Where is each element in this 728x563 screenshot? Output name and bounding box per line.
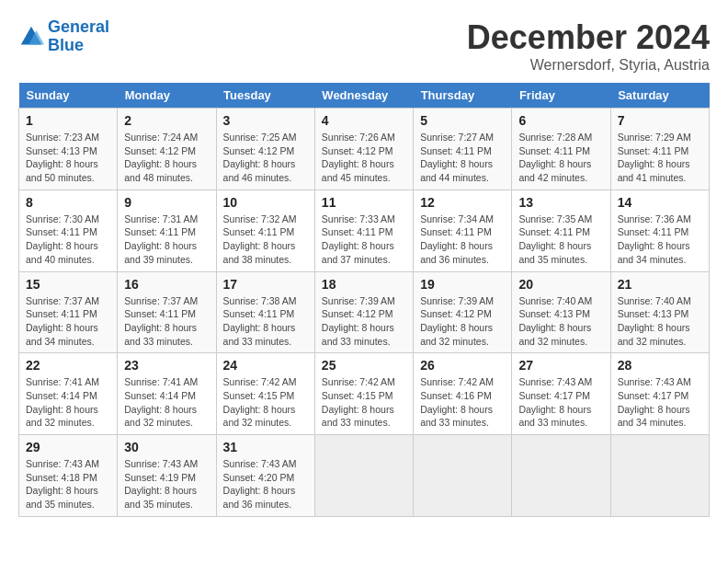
day-info: Sunrise: 7:42 AM Sunset: 4:16 PM Dayligh… xyxy=(420,375,505,430)
calendar-cell xyxy=(610,435,709,517)
day-number: 17 xyxy=(223,277,308,292)
day-number: 13 xyxy=(518,195,603,210)
day-number: 5 xyxy=(420,113,505,128)
day-number: 24 xyxy=(223,358,308,373)
day-number: 12 xyxy=(420,195,505,210)
calendar-cell: 7Sunrise: 7:29 AM Sunset: 4:11 PM Daylig… xyxy=(610,109,709,190)
day-info: Sunrise: 7:42 AM Sunset: 4:15 PM Dayligh… xyxy=(223,375,308,430)
title-area: December 2024 Wernersdorf, Styria, Austr… xyxy=(467,18,710,74)
day-number: 1 xyxy=(26,113,110,128)
day-info: Sunrise: 7:40 AM Sunset: 4:13 PM Dayligh… xyxy=(518,294,603,349)
calendar-cell: 4Sunrise: 7:26 AM Sunset: 4:12 PM Daylig… xyxy=(314,109,413,190)
day-number: 3 xyxy=(223,113,308,128)
day-number: 19 xyxy=(420,277,505,292)
day-number: 21 xyxy=(618,277,702,292)
day-info: Sunrise: 7:35 AM Sunset: 4:11 PM Dayligh… xyxy=(518,213,603,267)
calendar-cell xyxy=(414,435,512,517)
day-info: Sunrise: 7:37 AM Sunset: 4:11 PM Dayligh… xyxy=(124,294,209,349)
day-info: Sunrise: 7:41 AM Sunset: 4:14 PM Dayligh… xyxy=(26,375,110,430)
day-info: Sunrise: 7:28 AM Sunset: 4:11 PM Dayligh… xyxy=(518,131,603,185)
day-number: 14 xyxy=(618,195,702,210)
header-cell-tuesday: Tuesday xyxy=(216,83,314,109)
calendar-week-row: 29Sunrise: 7:43 AM Sunset: 4:18 PM Dayli… xyxy=(19,435,710,517)
day-number: 7 xyxy=(618,113,702,128)
day-info: Sunrise: 7:23 AM Sunset: 4:13 PM Dayligh… xyxy=(26,131,110,185)
day-info: Sunrise: 7:33 AM Sunset: 4:11 PM Dayligh… xyxy=(322,213,406,267)
calendar-cell: 17Sunrise: 7:38 AM Sunset: 4:11 PM Dayli… xyxy=(216,271,314,353)
calendar-cell: 15Sunrise: 7:37 AM Sunset: 4:11 PM Dayli… xyxy=(19,271,118,353)
location-subtitle: Wernersdorf, Styria, Austria xyxy=(467,57,710,74)
calendar-cell: 30Sunrise: 7:43 AM Sunset: 4:19 PM Dayli… xyxy=(118,435,216,517)
calendar-cell: 1Sunrise: 7:23 AM Sunset: 4:13 PM Daylig… xyxy=(19,109,118,190)
calendar-table: SundayMondayTuesdayWednesdayThursdayFrid… xyxy=(18,83,710,517)
calendar-cell: 13Sunrise: 7:35 AM Sunset: 4:11 PM Dayli… xyxy=(512,190,610,271)
day-info: Sunrise: 7:34 AM Sunset: 4:11 PM Dayligh… xyxy=(420,213,505,267)
calendar-cell xyxy=(512,435,610,517)
header-cell-friday: Friday xyxy=(512,83,610,109)
day-number: 31 xyxy=(223,440,308,454)
calendar-cell xyxy=(314,435,413,517)
calendar-cell: 16Sunrise: 7:37 AM Sunset: 4:11 PM Dayli… xyxy=(118,271,216,353)
calendar-cell: 8Sunrise: 7:30 AM Sunset: 4:11 PM Daylig… xyxy=(19,190,118,271)
calendar-week-row: 1Sunrise: 7:23 AM Sunset: 4:13 PM Daylig… xyxy=(19,109,710,190)
calendar-week-row: 15Sunrise: 7:37 AM Sunset: 4:11 PM Dayli… xyxy=(19,271,710,353)
day-number: 29 xyxy=(26,440,110,454)
calendar-cell: 23Sunrise: 7:41 AM Sunset: 4:14 PM Dayli… xyxy=(118,353,216,435)
logo-line2: Blue xyxy=(48,36,84,54)
month-title: December 2024 xyxy=(467,18,710,57)
calendar-week-row: 22Sunrise: 7:41 AM Sunset: 4:14 PM Dayli… xyxy=(19,353,710,435)
calendar-cell: 14Sunrise: 7:36 AM Sunset: 4:11 PM Dayli… xyxy=(610,190,709,271)
calendar-cell: 28Sunrise: 7:43 AM Sunset: 4:17 PM Dayli… xyxy=(610,353,709,435)
day-info: Sunrise: 7:39 AM Sunset: 4:12 PM Dayligh… xyxy=(420,294,505,349)
day-info: Sunrise: 7:42 AM Sunset: 4:15 PM Dayligh… xyxy=(322,375,406,430)
day-number: 6 xyxy=(518,113,603,128)
day-number: 23 xyxy=(124,358,209,373)
day-number: 18 xyxy=(322,277,406,292)
day-number: 4 xyxy=(322,113,406,128)
calendar-cell: 22Sunrise: 7:41 AM Sunset: 4:14 PM Dayli… xyxy=(19,353,118,435)
day-number: 30 xyxy=(124,440,209,454)
day-info: Sunrise: 7:39 AM Sunset: 4:12 PM Dayligh… xyxy=(322,294,406,349)
calendar-cell: 24Sunrise: 7:42 AM Sunset: 4:15 PM Dayli… xyxy=(216,353,314,435)
calendar-cell: 27Sunrise: 7:43 AM Sunset: 4:17 PM Dayli… xyxy=(512,353,610,435)
day-info: Sunrise: 7:43 AM Sunset: 4:17 PM Dayligh… xyxy=(518,375,603,430)
calendar-cell: 25Sunrise: 7:42 AM Sunset: 4:15 PM Dayli… xyxy=(314,353,413,435)
header-cell-thursday: Thursday xyxy=(414,83,512,109)
day-info: Sunrise: 7:32 AM Sunset: 4:11 PM Dayligh… xyxy=(223,213,308,267)
day-info: Sunrise: 7:40 AM Sunset: 4:13 PM Dayligh… xyxy=(618,294,702,349)
calendar-cell: 26Sunrise: 7:42 AM Sunset: 4:16 PM Dayli… xyxy=(414,353,512,435)
day-info: Sunrise: 7:43 AM Sunset: 4:18 PM Dayligh… xyxy=(26,457,110,511)
day-info: Sunrise: 7:43 AM Sunset: 4:17 PM Dayligh… xyxy=(618,375,702,430)
day-number: 15 xyxy=(26,277,110,292)
logo-text: General Blue xyxy=(48,18,109,55)
header-cell-saturday: Saturday xyxy=(610,83,709,109)
day-number: 28 xyxy=(618,358,702,373)
calendar-cell: 21Sunrise: 7:40 AM Sunset: 4:13 PM Dayli… xyxy=(610,271,709,353)
day-info: Sunrise: 7:37 AM Sunset: 4:11 PM Dayligh… xyxy=(26,294,110,349)
calendar-cell: 20Sunrise: 7:40 AM Sunset: 4:13 PM Dayli… xyxy=(512,271,610,353)
day-info: Sunrise: 7:24 AM Sunset: 4:12 PM Dayligh… xyxy=(124,131,209,185)
calendar-cell: 29Sunrise: 7:43 AM Sunset: 4:18 PM Dayli… xyxy=(19,435,118,517)
day-number: 25 xyxy=(322,358,406,373)
header-cell-wednesday: Wednesday xyxy=(314,83,413,109)
calendar-cell: 3Sunrise: 7:25 AM Sunset: 4:12 PM Daylig… xyxy=(216,109,314,190)
day-info: Sunrise: 7:36 AM Sunset: 4:11 PM Dayligh… xyxy=(618,213,702,267)
calendar-cell: 12Sunrise: 7:34 AM Sunset: 4:11 PM Dayli… xyxy=(414,190,512,271)
calendar-cell: 11Sunrise: 7:33 AM Sunset: 4:11 PM Dayli… xyxy=(314,190,413,271)
logo-icon xyxy=(18,24,44,50)
day-number: 8 xyxy=(26,195,110,210)
day-number: 22 xyxy=(26,358,110,373)
day-number: 10 xyxy=(223,195,308,210)
header-cell-sunday: Sunday xyxy=(19,83,118,109)
day-info: Sunrise: 7:41 AM Sunset: 4:14 PM Dayligh… xyxy=(124,375,209,430)
calendar-cell: 6Sunrise: 7:28 AM Sunset: 4:11 PM Daylig… xyxy=(512,109,610,190)
calendar-cell: 9Sunrise: 7:31 AM Sunset: 4:11 PM Daylig… xyxy=(118,190,216,271)
logo-line1: General xyxy=(48,17,109,36)
calendar-cell: 18Sunrise: 7:39 AM Sunset: 4:12 PM Dayli… xyxy=(314,271,413,353)
day-info: Sunrise: 7:43 AM Sunset: 4:20 PM Dayligh… xyxy=(223,457,308,511)
day-number: 20 xyxy=(518,277,603,292)
calendar-cell: 19Sunrise: 7:39 AM Sunset: 4:12 PM Dayli… xyxy=(414,271,512,353)
day-number: 16 xyxy=(124,277,209,292)
day-info: Sunrise: 7:31 AM Sunset: 4:11 PM Dayligh… xyxy=(124,213,209,267)
day-info: Sunrise: 7:38 AM Sunset: 4:11 PM Dayligh… xyxy=(223,294,308,349)
